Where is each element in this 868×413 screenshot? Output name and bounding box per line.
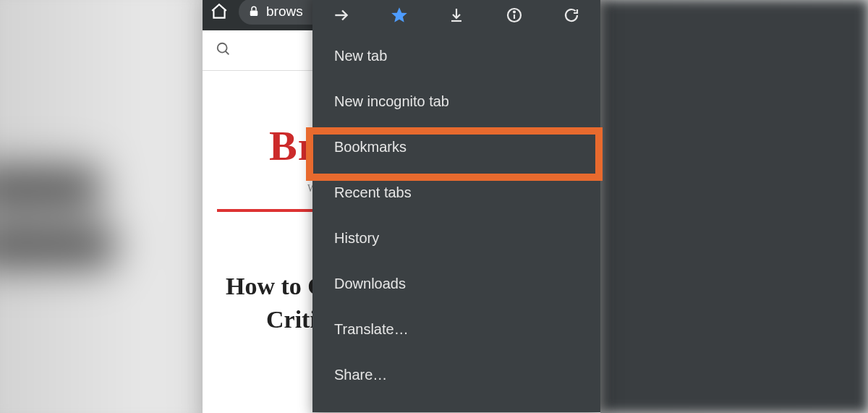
forward-icon[interactable] xyxy=(331,5,352,25)
menu-item-translate[interactable]: Translate… xyxy=(312,307,600,352)
menu-item-bookmarks[interactable]: Bookmarks xyxy=(312,124,600,170)
menu-item-new-incognito-tab[interactable]: New incognito tab xyxy=(312,79,600,124)
menu-item-new-tab[interactable]: New tab xyxy=(312,33,600,79)
address-text: brows xyxy=(266,4,303,20)
svg-line-2 xyxy=(226,51,229,54)
refresh-icon[interactable] xyxy=(561,5,582,25)
lock-icon xyxy=(247,5,260,18)
background-dark-right xyxy=(600,0,868,413)
menu-icon-row xyxy=(312,0,600,33)
menu-item-history[interactable]: History xyxy=(312,216,600,261)
svg-point-9 xyxy=(514,12,515,13)
menu-item-recent-tabs[interactable]: Recent tabs xyxy=(312,170,600,216)
browser-overflow-menu: New tab New incognito tab Bookmarks Rece… xyxy=(312,0,600,412)
menu-items: New tab New incognito tab Bookmarks Rece… xyxy=(312,33,600,412)
download-icon[interactable] xyxy=(446,5,467,25)
info-icon[interactable] xyxy=(504,5,524,25)
home-icon[interactable] xyxy=(210,2,229,21)
svg-marker-4 xyxy=(391,7,407,22)
search-icon xyxy=(216,41,231,60)
menu-item-downloads[interactable]: Downloads xyxy=(312,261,600,307)
svg-point-1 xyxy=(218,43,227,52)
bookmark-star-icon[interactable] xyxy=(389,5,409,25)
svg-rect-0 xyxy=(250,11,258,17)
menu-item-share[interactable]: Share… xyxy=(312,352,600,398)
